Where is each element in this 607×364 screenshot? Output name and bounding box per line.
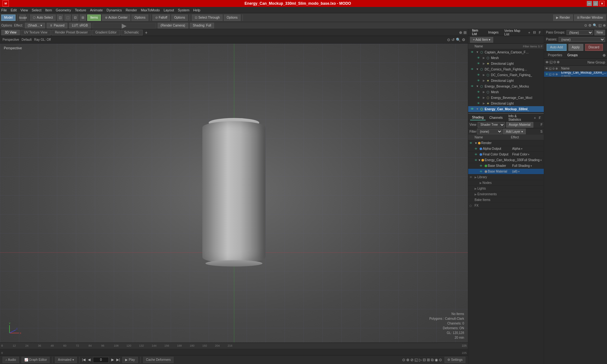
transport-icon-6[interactable]: ⊟: [423, 358, 426, 362]
shader-row-render[interactable]: 👁 ▼ Render: [468, 140, 544, 146]
auto-select-btn[interactable]: ⬡ Auto Select: [30, 15, 56, 21]
shader-tree-dropdown[interactable]: Shader Tree: [478, 122, 505, 128]
auto-add-btn[interactable]: Auto Add: [547, 44, 567, 51]
tree-item-3[interactable]: 👁 ▼ ⬡ Energy_Beverage_Can_Mockup_310ml_.…: [468, 83, 544, 89]
shader-row-bake[interactable]: Bake Items: [468, 197, 544, 203]
toggle-2[interactable]: ▼: [475, 67, 479, 71]
menu-view[interactable]: View: [21, 8, 28, 12]
effect-dropdown[interactable]: (Shadi... ▾: [25, 23, 45, 28]
library-vis-icon[interactable]: 👁: [469, 176, 475, 179]
group-row-1[interactable]: 👁 ◱ ⊙ ⊕ Energy_Can_Mockup_330ml_... 3 It…: [544, 71, 607, 77]
transport-icon-7[interactable]: ⊞: [427, 358, 430, 362]
tab-gradient[interactable]: Gradient Editor: [92, 30, 120, 35]
minimize-btn[interactable]: ─: [587, 1, 592, 6]
tree-item-1b[interactable]: 👁 ▶ ☀ Directional Light: [468, 61, 544, 66]
options-btn-1[interactable]: Options: [132, 15, 148, 21]
shader-row-lights[interactable]: ▶ Lights: [468, 186, 544, 191]
add-item-btn[interactable]: + Add Item ▾: [470, 37, 493, 43]
play-btn[interactable]: ▶ Play: [122, 357, 138, 363]
render-camera-btn[interactable]: (Render Camera): [158, 23, 188, 28]
menu-geometry[interactable]: Geometry: [56, 8, 71, 12]
transport-icon-10[interactable]: ⊙: [439, 358, 442, 362]
render-window-btn[interactable]: ⊞ Render Window: [574, 15, 606, 21]
ray-gl-label[interactable]: Ray GL: Off: [34, 38, 51, 41]
menu-system[interactable]: System: [178, 8, 189, 12]
vp-zoom-icon[interactable]: 🔍: [456, 38, 461, 42]
filter-dropdown[interactable]: (none): [477, 129, 502, 134]
graph-editor-btn[interactable]: 📈 Graph Editor: [21, 357, 50, 363]
shader-row-alpha[interactable]: 👁 Alpha Output Alpha ▾: [468, 146, 544, 152]
item-list-icon-2[interactable]: ⊟: [532, 30, 537, 35]
toolbar-icon-3[interactable]: ⊡: [72, 15, 78, 21]
menu-help[interactable]: Help: [193, 8, 200, 12]
nodes-toggle[interactable]: ▶: [480, 181, 482, 185]
toggle-3c[interactable]: ▶: [482, 101, 486, 105]
add-tab-btn[interactable]: +: [143, 30, 150, 35]
options-btn-2[interactable]: Options: [171, 15, 188, 21]
library-toggle[interactable]: ▶: [475, 176, 477, 179]
vp-camera-icon[interactable]: ↺: [451, 38, 455, 42]
shading-tab[interactable]: Shading: [470, 115, 486, 120]
vp-gear-icon[interactable]: ⚙: [462, 38, 465, 42]
tree-item-2[interactable]: 👁 ▼ ⬡ DC_Comics_Flash_Fighting_Pose_modo…: [468, 66, 544, 72]
maximize-btn[interactable]: □: [593, 1, 598, 6]
item-tree-scroll[interactable]: [468, 112, 544, 114]
energy-can-chevron[interactable]: ▾: [540, 159, 542, 162]
toggle-2a[interactable]: ▶: [482, 73, 486, 77]
vp-icon-3[interactable]: 🔍: [593, 23, 597, 27]
groups-icon-3[interactable]: ⊕: [557, 60, 560, 64]
transport-icon-2[interactable]: ⊕: [406, 358, 409, 362]
menu-texture[interactable]: Texture: [75, 8, 86, 12]
alpha-vis-icon[interactable]: 👁: [475, 147, 480, 150]
toolbar-icon-4[interactable]: ⊟: [80, 15, 86, 21]
fx-vis-icon[interactable]: ⬡: [469, 204, 475, 207]
tree-item-3c[interactable]: 👁 ▶ ☀ Directional Light: [468, 100, 544, 106]
groups-tab[interactable]: Groups: [565, 53, 580, 58]
energy-can-vis-icon[interactable]: 👁: [475, 159, 478, 162]
info-stats-tab[interactable]: Info & Statistics: [506, 114, 531, 122]
apply-btn[interactable]: Apply: [568, 44, 583, 51]
timeline-track[interactable]: 0 225: [0, 349, 468, 355]
toolbar-icon-1[interactable]: ◫: [57, 15, 63, 21]
lights-toggle[interactable]: ▶: [475, 187, 477, 190]
menu-file[interactable]: File: [1, 8, 7, 12]
toggle-1a[interactable]: ▶: [482, 56, 486, 60]
menu-layout[interactable]: Layout: [163, 8, 174, 12]
rewind-to-start-btn[interactable]: |◀: [82, 358, 86, 362]
close-btn[interactable]: ✕: [599, 1, 604, 6]
lut-btn[interactable]: LUT: sRGB: [69, 23, 91, 28]
tree-item-4[interactable]: 👁 ▼ ⬡ Energy_Can_Mockup_330ml_Slim ...: [468, 106, 544, 112]
model-btn[interactable]: Model: [1, 15, 15, 21]
discard-btn[interactable]: Discard: [585, 44, 603, 51]
shader-filter-s[interactable]: S: [540, 130, 543, 133]
cache-deformers-btn[interactable]: Cache Deformers: [143, 357, 174, 363]
tab-render-preset[interactable]: Render Preset Browser: [52, 30, 91, 35]
new-group-btn[interactable]: New Group: [587, 60, 606, 64]
forward-to-end-btn[interactable]: ▶|: [116, 358, 120, 362]
transport-icon-8[interactable]: ⧉: [431, 358, 434, 362]
tree-item-1[interactable]: 👁 ▼ ⬡ Captain_America_Cartoon_Fighting_P…: [468, 49, 544, 55]
vertex-map-tab[interactable]: Vertex Map List: [502, 29, 525, 37]
transport-icon-1[interactable]: ⊙: [402, 358, 405, 362]
vis-icon-3[interactable]: 👁: [469, 84, 475, 88]
shader-row-base-material[interactable]: 👁 Base Material (all) ▾: [468, 169, 544, 174]
shading-btn[interactable]: Shading: Full: [190, 23, 214, 28]
shader-row-final-color[interactable]: 👁 Final Color Output Final Color ▾: [468, 152, 544, 157]
render-btn[interactable]: ▶ Render: [553, 15, 573, 21]
toggle-1b[interactable]: ▶: [482, 62, 486, 65]
properties-tab[interactable]: Properties: [545, 53, 565, 58]
next-frame-btn[interactable]: ▶: [111, 358, 114, 362]
settings-btn[interactable]: ⚙ Settings: [445, 357, 465, 363]
passes-dropdown[interactable]: (none): [559, 37, 605, 42]
groups-icon-2[interactable]: ⊙: [553, 60, 556, 64]
vis-icon-1a[interactable]: 👁: [476, 56, 481, 60]
shader-row-fx[interactable]: ⬡ FX: [468, 203, 544, 209]
preview-play-icon[interactable]: ▶: [122, 22, 126, 29]
images-tab[interactable]: Images: [486, 30, 500, 35]
vis-icon-2b[interactable]: 👁: [476, 78, 481, 83]
toolbar-icon-2[interactable]: ⬚: [64, 15, 71, 21]
render-toggle[interactable]: ▼: [475, 142, 477, 145]
groups-tree[interactable]: 👁 ◱ ⊙ ⊕ Energy_Can_Mockup_330ml_... 3 It…: [544, 71, 607, 364]
vis-icon-3a[interactable]: 👁: [476, 90, 481, 94]
tab-icon-1[interactable]: ⊕: [459, 30, 462, 35]
